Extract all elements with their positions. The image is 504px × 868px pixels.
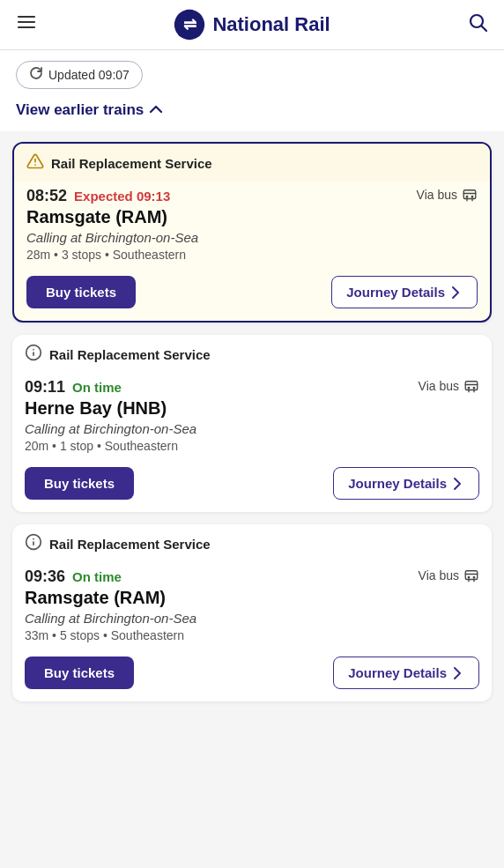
buy-tickets-button[interactable]: Buy tickets <box>26 276 136 308</box>
svg-point-28 <box>468 577 470 579</box>
svg-point-29 <box>473 577 475 579</box>
on-time: On time <box>72 380 122 395</box>
svg-point-20 <box>468 388 470 389</box>
svg-rect-17 <box>465 382 478 390</box>
scheduled-time: 09:36 <box>25 568 65 586</box>
train-card-2: Rail Replacement Service 09:11 On time V… <box>12 335 492 512</box>
search-icon[interactable] <box>467 11 488 38</box>
card-banner: Rail Replacement Service <box>12 335 492 373</box>
banner-text: Rail Replacement Service <box>49 537 211 552</box>
destination: Ramsgate (RAM) <box>26 207 478 227</box>
journey-details-button[interactable]: Journey Details <box>333 657 479 689</box>
time-row: 08:52 Expected 09:13 Via bus <box>26 187 478 205</box>
warning-icon <box>26 152 44 174</box>
time-info: 09:11 On time <box>25 378 122 397</box>
train-card-3: Rail Replacement Service 09:36 On time V… <box>12 524 492 701</box>
time-row: 09:11 On time Via bus <box>25 378 479 397</box>
train-card-1: Rail Replacement Service 08:52 Expected … <box>12 142 492 323</box>
via-bus: Via bus <box>419 378 479 394</box>
card-body: 08:52 Expected 09:13 Via bus Ramsgate (R… <box>14 182 490 321</box>
card-body: 09:11 On time Via bus Herne Bay (HNB) Ca… <box>12 373 492 512</box>
banner-text: Rail Replacement Service <box>51 156 212 171</box>
scheduled-time: 08:52 <box>26 187 67 205</box>
scheduled-time: 09:11 <box>25 378 65 397</box>
view-earlier-button[interactable]: View earlier trains <box>16 101 488 131</box>
banner-text: Rail Replacement Service <box>49 347 211 362</box>
train-list: Rail Replacement Service 08:52 Expected … <box>0 131 504 712</box>
card-banner: Rail Replacement Service <box>12 524 492 562</box>
svg-line-6 <box>482 26 487 32</box>
journey-details-button[interactable]: Journey Details <box>333 467 479 500</box>
via-text: Via bus <box>419 379 459 393</box>
updated-text: Updated 09:07 <box>48 68 130 82</box>
via-bus: Via bus <box>417 187 478 203</box>
national-rail-logo: ⇌ <box>174 9 205 41</box>
journey-details-button[interactable]: Journey Details <box>331 276 478 308</box>
chevron-right-icon <box>450 666 464 680</box>
calling-at: Calling at Birchington-on-Sea <box>25 421 479 436</box>
header: ⇌ National Rail <box>0 0 504 50</box>
svg-text:⇌: ⇌ <box>183 16 196 33</box>
svg-rect-9 <box>463 190 476 199</box>
buy-tickets-button[interactable]: Buy tickets <box>25 657 134 689</box>
subheader: Updated 09:07 View earlier trains <box>0 50 504 131</box>
calling-at: Calling at Birchington-on-Sea <box>25 611 479 626</box>
destination: Ramsgate (RAM) <box>25 588 479 608</box>
journey-meta: 33m • 5 stops • Southeastern <box>25 628 479 642</box>
updated-badge: Updated 09:07 <box>16 61 143 89</box>
card-actions: Buy tickets Journey Details <box>26 272 478 308</box>
view-earlier-label: View earlier trains <box>16 101 144 119</box>
via-text: Via bus <box>417 188 457 202</box>
via-text: Via bus <box>419 568 459 582</box>
chevron-up-icon <box>149 102 163 119</box>
svg-point-12 <box>466 197 468 198</box>
chevron-right-icon <box>448 286 463 300</box>
journey-meta: 28m • 3 stops • Southeastern <box>26 248 478 262</box>
app-title: National Rail <box>212 13 330 36</box>
card-body: 09:36 On time Via bus Ramsgate (RAM) Cal… <box>12 562 492 701</box>
card-actions: Buy tickets Journey Details <box>25 464 479 500</box>
expected-time: Expected 09:13 <box>74 189 170 204</box>
buy-tickets-button[interactable]: Buy tickets <box>25 467 134 500</box>
on-time: On time <box>72 569 122 584</box>
card-actions: Buy tickets Journey Details <box>25 653 479 689</box>
destination: Herne Bay (HNB) <box>25 398 479 419</box>
time-info: 09:36 On time <box>25 568 122 586</box>
calling-at: Calling at Birchington-on-Sea <box>26 230 478 245</box>
menu-icon[interactable] <box>16 11 37 38</box>
svg-rect-25 <box>465 571 478 580</box>
journey-meta: 20m • 1 stop • Southeastern <box>25 439 479 453</box>
time-info: 08:52 Expected 09:13 <box>26 187 170 205</box>
header-brand: ⇌ National Rail <box>174 9 330 41</box>
refresh-icon <box>29 66 43 84</box>
svg-point-13 <box>471 197 473 198</box>
via-bus: Via bus <box>419 568 479 583</box>
time-row: 09:36 On time Via bus <box>25 568 479 586</box>
info-icon <box>25 344 42 366</box>
svg-point-21 <box>473 388 475 389</box>
card-banner: Rail Replacement Service <box>14 144 490 182</box>
chevron-right-icon <box>450 477 464 491</box>
info-icon <box>25 533 42 555</box>
